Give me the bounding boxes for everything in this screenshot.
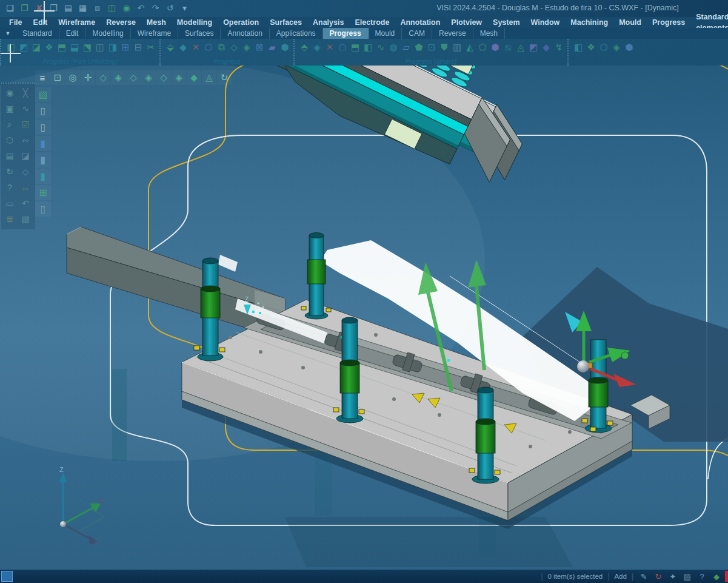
menu-item[interactable]: Window xyxy=(526,17,566,28)
open-profile-icon[interactable]: ⊞ xyxy=(119,40,132,55)
flow-tool-2-icon[interactable]: ❖ xyxy=(585,40,597,55)
menu-item[interactable]: Analysis xyxy=(307,17,349,28)
draw-mode-icon[interactable]: ✎ xyxy=(638,572,649,581)
toolbar-tab[interactable]: Modelling xyxy=(85,28,130,39)
refresh-icon[interactable]: ↻ xyxy=(2,165,17,178)
iso-view-3-icon[interactable]: ◇ xyxy=(126,70,141,85)
wand-icon[interactable]: ✦ xyxy=(667,572,678,581)
measure-dist-icon[interactable]: ↔ xyxy=(18,181,33,194)
menu-item[interactable]: Progress xyxy=(647,17,690,28)
screw-icon[interactable]: ◍ xyxy=(387,40,399,55)
menu-item[interactable]: Mould xyxy=(613,17,647,28)
menu-item[interactable]: Operation xyxy=(218,17,264,28)
status-corner-tile[interactable] xyxy=(1,571,13,582)
flow-tool-3-icon[interactable]: ⬡ xyxy=(598,40,610,55)
menu-item[interactable]: Electrode xyxy=(349,17,395,28)
axis-view-icon[interactable]: ✛ xyxy=(81,70,95,85)
catalog-icon[interactable]: ◩ xyxy=(527,40,539,55)
toolbar-tab[interactable]: Progress xyxy=(323,28,369,39)
render-analysis-icon[interactable]: ▧ xyxy=(35,87,51,102)
redo-icon[interactable]: ↷ xyxy=(149,1,162,15)
export-icon[interactable]: ⧈ xyxy=(91,1,104,15)
render-hidden-line-icon[interactable]: ▯ xyxy=(35,120,51,135)
flow-tool-1-icon[interactable]: ◧ xyxy=(572,40,584,55)
insert-icon[interactable]: ✕ xyxy=(324,40,336,55)
strip-pilot-icon[interactable]: ⬡ xyxy=(202,40,215,55)
plane-icon[interactable]: ◪ xyxy=(18,149,33,163)
flow-tool-5-icon[interactable]: ⬢ xyxy=(623,40,635,55)
render-textured-icon[interactable]: ▮ xyxy=(35,169,51,184)
toolbar-tab[interactable]: Mould xyxy=(369,28,402,39)
stage-copy-icon[interactable]: ◇ xyxy=(228,40,240,55)
menu-item[interactable]: Plotview xyxy=(446,17,487,28)
menu-item[interactable]: Annotation xyxy=(395,17,446,28)
menu-item[interactable]: Edit xyxy=(28,17,53,28)
tab-overflow-caret[interactable]: ▼ xyxy=(0,30,16,36)
cam-icon[interactable]: ⬟ xyxy=(413,40,425,55)
unfold-flange-icon[interactable]: ◪ xyxy=(30,40,42,55)
iso-view-6-icon[interactable]: ◈ xyxy=(172,70,186,85)
rebend-icon[interactable]: ⬔ xyxy=(81,40,93,55)
bend-sequence-icon[interactable]: ⬒ xyxy=(56,40,68,55)
toolbar-tab[interactable]: Annotation xyxy=(221,28,269,39)
rotate-view-icon[interactable]: ↻ xyxy=(217,70,232,85)
iso-view-2-icon[interactable]: ◈ xyxy=(111,70,125,85)
plate-icon[interactable]: ☖ xyxy=(336,40,349,55)
zoom-window-icon[interactable]: ◎ xyxy=(65,70,80,85)
print-icon[interactable]: ◫ xyxy=(105,1,118,15)
menu-item[interactable]: File xyxy=(4,17,28,28)
regen-icon[interactable]: ↻ xyxy=(653,572,664,581)
clash-check-icon[interactable]: ◭ xyxy=(464,40,476,55)
toolbar-tab[interactable]: Applications xyxy=(270,28,323,39)
history-icon[interactable]: ↺ xyxy=(164,1,176,15)
library-icon[interactable]: ◬ xyxy=(515,40,527,55)
undo-icon[interactable]: ↶ xyxy=(135,1,147,15)
strip-simulate-icon[interactable]: ⊠ xyxy=(253,40,265,55)
unbend-icon[interactable]: ⬓ xyxy=(68,40,81,55)
help-tool-icon[interactable]: ? xyxy=(2,181,17,194)
strip-edit-icon[interactable]: ◆ xyxy=(177,40,189,55)
iso-view-1-icon[interactable]: ◇ xyxy=(96,70,110,85)
undo-view-icon[interactable]: ↶ xyxy=(18,197,33,210)
confirm-icon[interactable]: ☑ xyxy=(18,118,33,131)
die-set-icon[interactable]: ⛊ xyxy=(438,40,450,55)
save-icon[interactable]: ▤ xyxy=(62,1,75,15)
toolbar-tab[interactable]: CAM xyxy=(402,28,432,39)
strip-delete-icon[interactable]: ✕ xyxy=(190,40,202,55)
toolbar-tab[interactable]: Edit xyxy=(59,28,86,39)
menu-item[interactable]: Surfaces xyxy=(264,17,307,28)
toolbar-tab[interactable]: Standard xyxy=(16,28,59,39)
list-icon[interactable]: ≣ xyxy=(2,212,17,226)
shaded-view-icon[interactable]: ◆ xyxy=(187,70,201,85)
iso-view-5-icon[interactable]: ◇ xyxy=(156,70,171,85)
filter-icon[interactable]: ▨ xyxy=(682,572,693,581)
stripper-icon[interactable]: ⊡ xyxy=(426,40,438,55)
nc-export-icon[interactable]: ⬠ xyxy=(476,40,489,55)
search-icon[interactable]: ◉ xyxy=(120,1,133,15)
flow-tool-4-icon[interactable]: ◈ xyxy=(610,40,623,55)
options-icon[interactable]: ◆ xyxy=(540,40,552,55)
menu-item[interactable]: Mesh xyxy=(141,17,172,28)
strip-settings-icon[interactable]: ⬢ xyxy=(279,40,291,55)
import-icon[interactable]: ❒ xyxy=(47,1,60,15)
layers-icon[interactable]: ▤ xyxy=(2,149,17,163)
toolbar-tab[interactable]: Wireframe xyxy=(131,28,178,39)
render-wireframe-icon[interactable]: ▯ xyxy=(35,103,51,118)
punch-icon[interactable]: ⬘ xyxy=(298,40,310,55)
part-report-icon[interactable]: ✂ xyxy=(145,40,157,55)
view-menu-icon[interactable]: ≡ xyxy=(35,70,50,85)
select-curve-icon[interactable]: ∿ xyxy=(18,102,33,115)
view-strip-icon[interactable]: ⧅ xyxy=(502,40,514,55)
toolbar-tab[interactable]: Mesh xyxy=(473,28,505,39)
more-caret-icon[interactable]: ▾ xyxy=(178,1,191,15)
guide-icon[interactable]: ◧ xyxy=(362,40,374,55)
zoom-select-icon[interactable]: ⌕ xyxy=(2,118,17,131)
strip-new-icon[interactable]: ⬙ xyxy=(164,40,176,55)
snap-off-icon[interactable]: ╳ xyxy=(18,86,33,99)
bom-icon[interactable]: ▥ xyxy=(451,40,463,55)
open-icon[interactable]: ❐ xyxy=(18,1,31,15)
springback-icon[interactable]: ◨ xyxy=(107,40,119,55)
viewport-3d[interactable]: Z Z Y X xyxy=(0,0,728,583)
close-profile-icon[interactable]: ⊟ xyxy=(132,40,144,55)
menu-item[interactable]: System xyxy=(487,17,525,28)
